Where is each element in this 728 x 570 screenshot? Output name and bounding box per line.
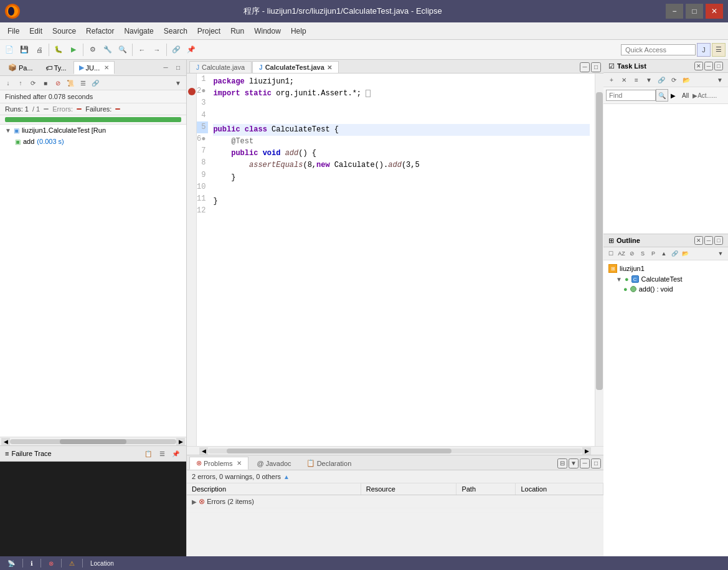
- task-filter-btn[interactable]: ▼: [643, 74, 655, 85]
- failure-trace-copy[interactable]: 📋: [143, 448, 154, 459]
- task-new-btn[interactable]: +: [606, 74, 617, 85]
- junit-next-failure[interactable]: ↓: [2, 77, 14, 88]
- junit-options[interactable]: ▼: [173, 77, 184, 88]
- scroll-right-editor[interactable]: ▶: [582, 447, 591, 455]
- task-link-btn[interactable]: 🔗: [656, 74, 667, 85]
- menu-project[interactable]: Project: [192, 24, 225, 38]
- code-editor[interactable]: package liuzijun1; import static org.jun…: [208, 74, 595, 446]
- tab-junit[interactable]: ▶ JU... ✕: [73, 61, 115, 74]
- outline-cat[interactable]: 📂: [680, 249, 690, 259]
- scroll-left-btn[interactable]: ◀: [1, 438, 10, 445]
- junit-history[interactable]: 📜: [65, 77, 76, 88]
- editor-minimize[interactable]: ─: [580, 62, 590, 72]
- task-sync-btn[interactable]: ⟳: [668, 74, 679, 85]
- toolbar-btn-5[interactable]: 🔍: [116, 43, 130, 57]
- tab-declaration[interactable]: 📋 Declaration: [300, 457, 359, 470]
- close-problems-tab[interactable]: ✕: [237, 460, 242, 467]
- quick-access-input[interactable]: [621, 44, 696, 55]
- menu-help[interactable]: Help: [286, 24, 311, 38]
- menu-refactor[interactable]: Refactor: [81, 24, 119, 38]
- junit-tree-item-root[interactable]: ▼ ▣ liuzijun1.CalculateTest [Run: [0, 125, 186, 136]
- junit-horizontal-scrollbar[interactable]: ◀ ▶: [0, 437, 186, 445]
- problems-filter-btn[interactable]: ⊟: [557, 458, 567, 468]
- menu-window[interactable]: Window: [249, 24, 286, 38]
- minimize-button[interactable]: −: [666, 4, 683, 19]
- col-description[interactable]: Description: [187, 483, 361, 495]
- close-calculatetest-tab[interactable]: ✕: [327, 64, 332, 71]
- outline-toggle-static[interactable]: S: [638, 249, 648, 259]
- task-delete-btn[interactable]: ✕: [618, 74, 630, 85]
- task-find-btn[interactable]: 🔍: [656, 89, 668, 102]
- junit-link[interactable]: 🔗: [90, 77, 101, 88]
- task-list-max[interactable]: □: [714, 62, 723, 70]
- outline-link[interactable]: 🔗: [669, 249, 679, 259]
- junit-rerun[interactable]: ⟳: [27, 77, 39, 88]
- task-all-label[interactable]: All: [678, 91, 693, 100]
- tab-javadoc[interactable]: @ Javadoc: [250, 457, 298, 470]
- table-row[interactable]: ▶ ⊗ Errors (2 items): [187, 495, 603, 508]
- editor-horizontal-scrollbar[interactable]: ◀ ▶: [187, 446, 603, 455]
- outline-item-package[interactable]: ⊞ liuzijun1: [603, 263, 728, 274]
- task-find-input[interactable]: [606, 90, 656, 101]
- editor-h-scroll-track[interactable]: [208, 449, 582, 454]
- task-collapse-btn[interactable]: ≡: [631, 74, 642, 85]
- minimize-panel-button[interactable]: ─: [160, 62, 171, 74]
- tab-calculate-java[interactable]: J Calculate.java: [189, 61, 252, 73]
- menu-file[interactable]: File: [2, 24, 24, 38]
- problems-minimize-btn[interactable]: ─: [580, 458, 590, 468]
- perspective-button-2[interactable]: ☰: [712, 43, 726, 57]
- junit-layout[interactable]: ☰: [77, 77, 88, 88]
- editor-maximize[interactable]: □: [591, 62, 601, 72]
- save-button[interactable]: 💾: [17, 43, 31, 57]
- outline-sort[interactable]: AZ: [617, 249, 626, 259]
- outline-max[interactable]: □: [714, 236, 723, 245]
- problems-maximize-btn[interactable]: □: [591, 458, 601, 468]
- close-junit-tab[interactable]: ✕: [104, 64, 109, 71]
- task-list-close[interactable]: ✕: [694, 62, 703, 70]
- junit-filter[interactable]: ⊘: [52, 77, 64, 88]
- tab-package-explorer[interactable]: 📦 Pa...: [2, 61, 39, 74]
- toolbar-btn-7[interactable]: →: [150, 43, 164, 57]
- close-button[interactable]: ✕: [706, 4, 723, 19]
- new-button[interactable]: 📄: [2, 43, 16, 57]
- outline-toggle-fields[interactable]: ☐: [606, 249, 616, 259]
- junit-stop[interactable]: ■: [40, 77, 51, 88]
- outline-item-class[interactable]: ▼ ● C CalculateTest: [603, 274, 728, 284]
- scroll-right-btn[interactable]: ▶: [176, 438, 185, 445]
- editor-vertical-scrollbar[interactable]: [595, 74, 603, 446]
- scroll-left-editor[interactable]: ◀: [199, 447, 208, 455]
- junit-tree-item-add[interactable]: ▣ add (0.003 s): [0, 136, 186, 147]
- outline-toggle-nonpub[interactable]: P: [648, 249, 658, 259]
- outline-item-method[interactable]: ● add() : void: [603, 284, 728, 294]
- menu-search[interactable]: Search: [159, 24, 192, 38]
- outline-collapse[interactable]: ▲: [659, 249, 669, 259]
- h-scroll-track[interactable]: [10, 439, 176, 444]
- failure-trace-pin[interactable]: 📌: [170, 448, 181, 459]
- failure-trace-filter[interactable]: ☰: [156, 448, 168, 459]
- outline-filter[interactable]: ⊘: [627, 249, 637, 259]
- toolbar-btn-6[interactable]: ←: [135, 43, 149, 57]
- print-button[interactable]: 🖨: [32, 43, 46, 57]
- toolbar-btn-3[interactable]: ⚙: [86, 43, 100, 57]
- expand-errors-icon[interactable]: ▶: [192, 498, 197, 505]
- toolbar-btn-4[interactable]: 🔧: [101, 43, 115, 57]
- menu-source[interactable]: Source: [47, 24, 81, 38]
- tab-calculatetest-java[interactable]: J CalculateTest.java ✕: [252, 61, 339, 73]
- run-button[interactable]: ▶: [67, 43, 80, 57]
- maximize-panel-button[interactable]: □: [173, 62, 184, 74]
- task-act-label[interactable]: Act...: [697, 92, 712, 99]
- perspective-button-1[interactable]: J: [697, 43, 711, 57]
- menu-navigate[interactable]: Navigate: [119, 24, 158, 38]
- menu-edit[interactable]: Edit: [24, 24, 47, 38]
- outline-options[interactable]: ▼: [716, 249, 726, 259]
- task-options-btn[interactable]: ▼: [714, 74, 726, 85]
- outline-close[interactable]: ✕: [694, 236, 703, 245]
- col-resource[interactable]: Resource: [361, 483, 456, 495]
- task-list-min[interactable]: ─: [704, 62, 713, 70]
- outline-min[interactable]: ─: [704, 236, 713, 245]
- junit-prev-failure[interactable]: ↑: [15, 77, 26, 88]
- problems-options-btn[interactable]: ▼: [569, 458, 579, 468]
- task-cat-btn[interactable]: 📂: [681, 74, 692, 85]
- debug-button[interactable]: 🐛: [52, 43, 65, 57]
- toolbar-btn-8[interactable]: 🔗: [169, 43, 183, 57]
